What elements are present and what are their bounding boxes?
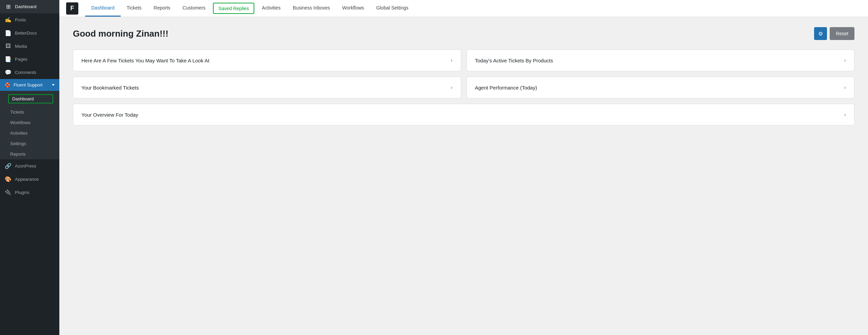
card-label: Your Overview For Today [81, 112, 138, 118]
page-title: Good morning Zinan!!! [73, 28, 169, 39]
sidebar-item-label: Posts [15, 17, 26, 22]
appearance-icon: 🎨 [5, 176, 12, 182]
sidebar-item-label: Fluent Support [14, 82, 42, 87]
logo: F [66, 2, 78, 15]
chevron-right-icon: › [451, 57, 452, 63]
reset-button[interactable]: Reset [830, 27, 854, 40]
card-bookmarked-tickets[interactable]: Your Bookmarked Tickets › [73, 77, 461, 98]
tab-dashboard[interactable]: Dashboard [85, 0, 121, 17]
sidebar-item-label: Plugins [15, 190, 29, 195]
fs-settings-item[interactable]: Settings [0, 138, 59, 149]
dashboard-active-indicator[interactable]: Dashboard [8, 94, 53, 103]
pages-icon: 📑 [5, 56, 12, 62]
dashboard-icon: ⊞ [5, 3, 12, 10]
dashboard-grid-middle: Your Bookmarked Tickets › Agent Performa… [73, 77, 854, 98]
dashboard-grid-top: Here Are A Few Tickets You May Want To T… [73, 50, 854, 71]
sidebar-item-label: BetterDocs [15, 31, 37, 36]
sidebar-item-media[interactable]: 🖼 Media [0, 40, 59, 53]
sidebar-item-fluent-support[interactable]: 🛟 Fluent Support [0, 79, 59, 91]
dashboard-grid-bottom: Your Overview For Today › [73, 104, 854, 125]
card-active-tickets-products[interactable]: Today's Active Tickets By Products › [467, 50, 855, 71]
sidebar-item-label: Media [15, 44, 27, 49]
sidebar-item-label: Appearance [15, 177, 39, 182]
card-label: Your Bookmarked Tickets [81, 85, 139, 91]
page-header: Good morning Zinan!!! ⚙ Reset [73, 27, 854, 40]
comments-icon: 💬 [5, 69, 12, 76]
sidebar-item-posts[interactable]: ✍ Posts [0, 13, 59, 26]
sidebar-item-betterdocs[interactable]: 📄 BetterDocs [0, 26, 59, 40]
gear-button[interactable]: ⚙ [814, 27, 827, 40]
sidebar-item-comments[interactable]: 💬 Comments [0, 66, 59, 79]
chevron-right-icon: › [844, 112, 846, 118]
fluent-support-icon: 🛟 [5, 82, 10, 87]
fs-dashboard-item[interactable]: Dashboard [0, 91, 59, 107]
tab-business-inboxes[interactable]: Business Inboxes [287, 0, 336, 17]
card-label: Agent Performance (Today) [475, 85, 537, 91]
tab-customers[interactable]: Customers [176, 0, 212, 17]
sidebar-item-azonpress[interactable]: 🔗 AzonPress [0, 159, 59, 173]
chevron-icon [52, 84, 55, 86]
card-few-tickets[interactable]: Here Are A Few Tickets You May Want To T… [73, 50, 461, 71]
top-nav: F Dashboard Tickets Reports Customers Sa… [59, 0, 868, 17]
sidebar-item-plugins[interactable]: 🔌 Plugins [0, 186, 59, 199]
tab-tickets[interactable]: Tickets [121, 0, 148, 17]
sidebar-item-appearance[interactable]: 🎨 Appearance [0, 173, 59, 186]
logo-area: F [66, 0, 78, 17]
card-label: Today's Active Tickets By Products [475, 58, 553, 63]
chevron-right-icon: › [451, 84, 452, 91]
card-overview-today[interactable]: Your Overview For Today › [73, 104, 854, 125]
card-label: Here Are A Few Tickets You May Want To T… [81, 58, 209, 63]
fluent-support-section: 🛟 Fluent Support Dashboard Tickets Workf… [0, 79, 59, 159]
betterdocs-icon: 📄 [5, 30, 12, 36]
chevron-right-icon: › [844, 57, 846, 63]
sidebar-item-label: Dashboard [15, 4, 37, 9]
sidebar-item-label: Comments [15, 70, 36, 75]
posts-icon: ✍ [5, 17, 12, 23]
sidebar-item-label: Pages [15, 57, 27, 62]
media-icon: 🖼 [5, 43, 12, 49]
tab-activities[interactable]: Activities [256, 0, 287, 17]
sidebar-item-dashboard[interactable]: ⊞ Dashboard [0, 0, 59, 13]
sidebar-item-label: AzonPress [15, 163, 36, 169]
fs-workflows-item[interactable]: Workflows [0, 117, 59, 128]
chevron-right-icon: › [844, 84, 846, 91]
fs-activities-item[interactable]: Activities [0, 128, 59, 138]
page-content: Good morning Zinan!!! ⚙ Reset Here Are A… [59, 17, 868, 335]
main-wrapper: F Dashboard Tickets Reports Customers Sa… [59, 0, 868, 335]
azonpress-icon: 🔗 [5, 163, 12, 169]
plugins-icon: 🔌 [5, 189, 12, 196]
tab-workflows[interactable]: Workflows [336, 0, 370, 17]
sidebar-item-pages[interactable]: 📑 Pages [0, 53, 59, 66]
tab-reports[interactable]: Reports [147, 0, 176, 17]
fs-reports-item[interactable]: Reports [0, 149, 59, 159]
tab-saved-replies[interactable]: Saved Replies [213, 3, 254, 14]
sidebar: ⊞ Dashboard ✍ Posts 📄 BetterDocs 🖼 Media… [0, 0, 59, 335]
tab-global-settings[interactable]: Global Settings [370, 0, 415, 17]
nav-tabs: Dashboard Tickets Reports Customers Save… [85, 0, 861, 17]
fs-tickets-item[interactable]: Tickets [0, 107, 59, 117]
header-actions: ⚙ Reset [814, 27, 854, 40]
gear-icon: ⚙ [818, 31, 823, 37]
card-agent-performance[interactable]: Agent Performance (Today) › [467, 77, 855, 98]
